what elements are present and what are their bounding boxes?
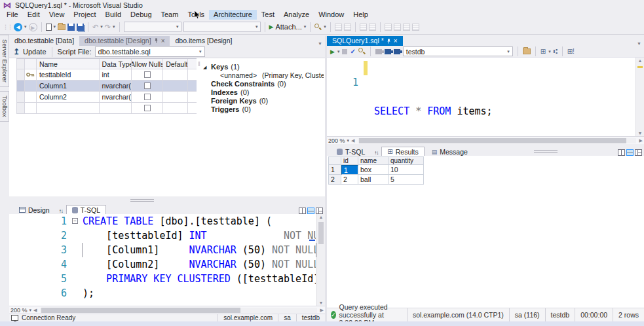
- new-file-dropdown-icon[interactable]: ▾: [54, 24, 56, 29]
- horizontal-scrollbar[interactable]: [358, 138, 635, 143]
- parse-button[interactable]: ✓: [350, 48, 355, 55]
- column-row[interactable]: testtableIdint: [16, 69, 197, 81]
- menu-debug[interactable]: Debug: [126, 10, 156, 20]
- increase-indent-icon[interactable]: [369, 24, 376, 31]
- zoom-dropdown-icon[interactable]: ▾: [29, 308, 32, 313]
- scrollbar-thumb[interactable]: [41, 308, 240, 313]
- open-file-button[interactable]: [58, 24, 66, 30]
- sql-editor[interactable]: 1 SELECT * FROM items; ▲ ▼: [327, 58, 644, 136]
- results-column-header[interactable]: quantity: [388, 156, 424, 165]
- row-selector[interactable]: [17, 81, 25, 91]
- save-all-button[interactable]: [77, 24, 84, 31]
- menu-team[interactable]: Team: [157, 10, 183, 20]
- splitter-handle-icon[interactable]: [534, 150, 558, 153]
- allow-nulls-checkbox[interactable]: [144, 82, 151, 89]
- tree-node-foreign-keys[interactable]: Foreign Keys(0): [203, 97, 324, 105]
- split-mixed-icon[interactable]: [635, 149, 642, 156]
- row-number-cell[interactable]: 1: [328, 165, 341, 175]
- row-selector[interactable]: [17, 103, 25, 113]
- allow-nulls-cell[interactable]: [132, 81, 163, 91]
- zoom-level[interactable]: 200 %: [10, 307, 28, 314]
- scroll-down-icon[interactable]: ▼: [317, 300, 325, 305]
- tab-tsql[interactable]: T-SQL: [66, 205, 106, 214]
- results-row[interactable]: 11box10: [328, 165, 424, 175]
- scrollbar-thumb[interactable]: [318, 222, 324, 244]
- code-line[interactable]: 2 [testtableId] INT NOT NULL,: [9, 228, 325, 243]
- menu-file[interactable]: File: [2, 10, 23, 20]
- column-name-cell[interactable]: [37, 103, 100, 113]
- zoom-dropdown-icon[interactable]: ▾: [347, 138, 350, 143]
- attach-dropdown-icon[interactable]: ▾: [304, 24, 307, 29]
- split-vertical-icon[interactable]: [618, 149, 625, 156]
- allow-nulls-cell[interactable]: [132, 69, 163, 80]
- tool-window-tab-server-explorer[interactable]: Server Explorer: [0, 35, 9, 87]
- save-button[interactable]: [67, 24, 75, 31]
- tree-node-triggers[interactable]: Triggers(0): [203, 105, 324, 114]
- default-cell[interactable]: [163, 81, 188, 91]
- new-file-button[interactable]: [46, 24, 52, 31]
- scroll-right-icon[interactable]: ▶: [320, 308, 324, 313]
- code-vertical-scrollbar[interactable]: ▲ ▼: [316, 214, 325, 306]
- results-to-grid-icon[interactable]: ⊞: [540, 48, 546, 55]
- scroll-left-icon[interactable]: ◀: [351, 138, 354, 143]
- code-line[interactable]: 4 [Column2] NVARCHAR (50) NOT NULL,: [9, 257, 325, 272]
- swap-panes-button[interactable]: ↑↓: [57, 208, 65, 214]
- results-cell[interactable]: 5: [388, 175, 424, 185]
- code-text[interactable]: [testtableId] INT NOT NULL,: [83, 228, 316, 243]
- allow-nulls-checkbox[interactable]: [144, 94, 151, 100]
- menu-project[interactable]: Project: [69, 10, 100, 20]
- designer-splitter-grip[interactable]: ‖: [198, 61, 200, 67]
- tree-node-keys[interactable]: ◢Keys(1): [203, 63, 324, 71]
- column-name-cell[interactable]: Column1: [37, 81, 100, 91]
- default-cell[interactable]: [163, 92, 188, 102]
- expander-icon[interactable]: [203, 97, 208, 105]
- allow-nulls-cell[interactable]: [132, 92, 163, 102]
- results-column-header[interactable]: name: [358, 156, 388, 165]
- menu-view[interactable]: View: [45, 10, 69, 20]
- code-text[interactable]: );: [83, 286, 316, 300]
- data-type-cell[interactable]: int: [100, 69, 132, 80]
- navigate-forward-button[interactable]: ▶: [29, 23, 37, 31]
- close-icon[interactable]: ×: [161, 38, 165, 45]
- tab-overflow-icon[interactable]: ▼: [318, 41, 325, 46]
- clear-bookmarks-icon[interactable]: [412, 24, 419, 31]
- editor-text[interactable]: SELECT * FROM items;: [374, 104, 634, 118]
- editor-vertical-scrollbar[interactable]: ▲ ▼: [635, 58, 644, 136]
- code-text[interactable]: [Column1] NVARCHAR (50) NOT NULL,: [83, 243, 316, 257]
- tab-dbo-testtable--Data-[interactable]: dbo.testtable [Data]: [9, 36, 79, 46]
- code-text[interactable]: CREATE TABLE [dbo].[testtable] (: [83, 214, 316, 228]
- stop-button[interactable]: [342, 49, 347, 54]
- results-cell[interactable]: ball: [358, 175, 388, 185]
- menu-window[interactable]: Window: [314, 10, 349, 20]
- redo-dropdown-icon[interactable]: ▾: [113, 24, 115, 29]
- designer-code-splitter[interactable]: [9, 196, 325, 204]
- column-row[interactable]: [16, 103, 197, 114]
- splitter-handle-icon[interactable]: [130, 199, 154, 202]
- code-line[interactable]: 1−CREATE TABLE [dbo].[testtable] (: [9, 214, 325, 228]
- editor-line[interactable]: 1 SELECT * FROM items;: [327, 61, 644, 75]
- expander-icon[interactable]: ◢: [203, 63, 208, 71]
- data-type-cell[interactable]: nvarchar(50): [100, 81, 132, 91]
- results-cell[interactable]: 1: [341, 165, 358, 175]
- allow-nulls-cell[interactable]: [132, 103, 163, 113]
- script-file-combobox[interactable]: dbo.testtable.sql ▾: [95, 46, 205, 57]
- tool-window-tab-toolbox[interactable]: Toolbox: [0, 91, 9, 122]
- scroll-up-icon[interactable]: ▲: [317, 215, 325, 219]
- column-row[interactable]: Column2nvarchar(50): [16, 92, 197, 103]
- decrease-indent-icon[interactable]: [360, 24, 367, 31]
- pin-icon[interactable]: [387, 39, 391, 44]
- row-selector[interactable]: [17, 92, 25, 102]
- next-bookmark-icon[interactable]: [403, 24, 410, 31]
- data-type-cell[interactable]: [100, 103, 132, 113]
- scroll-up-icon[interactable]: ▲: [636, 58, 644, 63]
- results-cell[interactable]: 2: [341, 175, 358, 185]
- expander-icon[interactable]: [203, 80, 208, 88]
- data-type-cell[interactable]: nvarchar(50): [100, 92, 132, 102]
- uncomment-icon[interactable]: [344, 24, 351, 31]
- expander-icon[interactable]: [203, 88, 208, 97]
- fold-collapse-icon[interactable]: −: [72, 218, 78, 224]
- tab-results[interactable]: ⊞ Results: [381, 147, 424, 156]
- code-text[interactable]: PRIMARY KEY CLUSTERED ([testtableId] ASC…: [83, 272, 316, 286]
- toggle-bookmark-icon[interactable]: [385, 24, 392, 31]
- connect-icon[interactable]: [375, 49, 382, 54]
